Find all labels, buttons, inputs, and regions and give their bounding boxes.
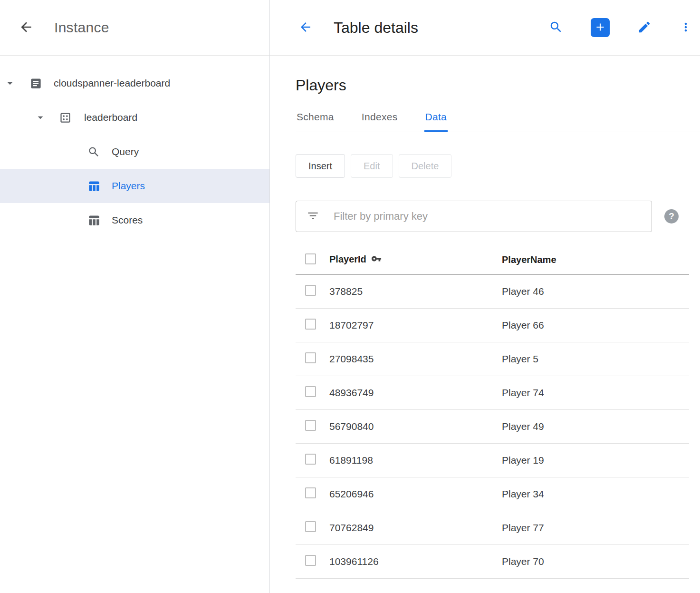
- table-row: 103961126 Player 70: [296, 545, 689, 579]
- plus-icon: [594, 21, 606, 35]
- search-icon: [87, 146, 100, 158]
- search-button[interactable]: [549, 20, 563, 36]
- cell-player-id: 378825: [329, 286, 502, 297]
- row-checkbox[interactable]: [305, 487, 316, 498]
- tab-indexes[interactable]: Indexes: [361, 111, 399, 132]
- cell-player-id: 61891198: [329, 455, 502, 466]
- row-checkbox[interactable]: [305, 352, 316, 363]
- tree-node-instance[interactable]: cloudspanner-leaderboard: [0, 66, 269, 100]
- table-row: 61891198 Player 19: [296, 444, 689, 477]
- edit-row-button[interactable]: Edit: [351, 154, 393, 178]
- sidebar-title: Instance: [54, 19, 109, 36]
- row-checkbox[interactable]: [305, 555, 316, 566]
- cell-player-id: 56790840: [329, 421, 502, 432]
- table-name-title: Players: [296, 77, 700, 94]
- tree-node-label: cloudspanner-leaderboard: [54, 78, 170, 89]
- main-header: Table details: [270, 0, 700, 56]
- table-row: 48936749 Player 74: [296, 376, 689, 410]
- help-icon[interactable]: ?: [664, 209, 679, 224]
- database-icon: [59, 111, 72, 124]
- main-panel: Table details: [270, 0, 700, 593]
- back-arrow-icon: [298, 20, 313, 36]
- tab-data[interactable]: Data: [424, 111, 448, 132]
- cell-player-name: Player 34: [502, 488, 689, 500]
- chevron-down-icon[interactable]: [4, 77, 16, 89]
- cell-player-id: 70762849: [329, 522, 502, 534]
- filter-input[interactable]: [333, 210, 641, 223]
- sidebar-item-label: Query: [112, 146, 139, 157]
- app-window: Instance cloudspanner-leaderboard l: [0, 0, 700, 593]
- header-back-button[interactable]: [298, 20, 313, 36]
- row-checkbox[interactable]: [305, 285, 316, 296]
- select-all-checkbox[interactable]: [305, 253, 316, 264]
- header-actions: [549, 18, 692, 37]
- pencil-icon: [637, 20, 652, 36]
- column-header-playerid: PlayerId: [329, 253, 502, 266]
- cell-player-name: Player 66: [502, 320, 689, 331]
- chevron-down-icon[interactable]: [34, 111, 47, 124]
- table-body: 378825 Player 46 18702797 Player 66 2709…: [296, 275, 689, 579]
- table-icon: [87, 180, 100, 193]
- row-checkbox[interactable]: [305, 386, 316, 397]
- back-arrow-icon: [19, 19, 34, 36]
- cell-player-name: Player 49: [502, 421, 689, 432]
- cell-player-name: Player 74: [502, 387, 689, 399]
- sidebar-item-players[interactable]: Players: [0, 169, 269, 203]
- insert-record-button[interactable]: [591, 18, 610, 37]
- table-row: 378825 Player 46: [296, 275, 689, 309]
- row-checkbox[interactable]: [305, 521, 316, 532]
- cell-player-name: Player 19: [502, 455, 689, 466]
- cell-player-id: 27098435: [329, 353, 502, 365]
- row-checkbox[interactable]: [305, 454, 316, 465]
- table-icon: [87, 214, 100, 227]
- table-row: 70762849 Player 77: [296, 511, 689, 545]
- filter-list-icon: [307, 209, 319, 224]
- table-row: 56790840 Player 49: [296, 410, 689, 444]
- cell-player-name: Player 70: [502, 556, 689, 567]
- sidebar-item-label: Players: [112, 180, 145, 192]
- sidebar-back-button[interactable]: [18, 19, 34, 36]
- sidebar-header: Instance: [0, 0, 269, 56]
- edit-button[interactable]: [637, 20, 652, 36]
- table-details-content: Players Schema Indexes Data Insert Edit …: [270, 56, 700, 579]
- instance-icon: [29, 77, 42, 90]
- table-row: 65206946 Player 34: [296, 477, 689, 511]
- cell-player-name: Player 46: [502, 286, 689, 297]
- tab-bar: Schema Indexes Data: [296, 111, 700, 132]
- primary-key-icon: [371, 255, 382, 266]
- tab-schema[interactable]: Schema: [296, 111, 335, 132]
- table-header-row: PlayerId PlayerName: [296, 245, 689, 275]
- overflow-menu-button[interactable]: [679, 20, 692, 35]
- row-checkbox[interactable]: [305, 420, 316, 431]
- data-table: PlayerId PlayerName 378825 Player 46 187…: [296, 245, 689, 579]
- filter-row: ?: [296, 201, 700, 232]
- sidebar: Instance cloudspanner-leaderboard l: [0, 0, 270, 593]
- table-row: 27098435 Player 5: [296, 342, 689, 376]
- tree-node-label: leaderboard: [84, 112, 137, 123]
- insert-button[interactable]: Insert: [296, 154, 345, 178]
- page-header-title: Table details: [334, 19, 418, 37]
- table-row: 18702797 Player 66: [296, 309, 689, 342]
- row-checkbox[interactable]: [305, 319, 316, 330]
- cell-player-id: 48936749: [329, 387, 502, 399]
- sidebar-item-label: Scores: [112, 214, 143, 226]
- search-icon: [549, 20, 563, 36]
- column-header-playername: PlayerName: [502, 254, 689, 265]
- delete-row-button[interactable]: Delete: [399, 154, 452, 178]
- cell-player-id: 103961126: [329, 556, 502, 567]
- row-actions-toolbar: Insert Edit Delete: [296, 154, 700, 178]
- vertical-dots-icon: [679, 20, 692, 35]
- cell-player-id: 18702797: [329, 320, 502, 331]
- sidebar-item-scores[interactable]: Scores: [0, 203, 269, 237]
- cell-player-name: Player 77: [502, 522, 689, 534]
- sidebar-item-query[interactable]: Query: [0, 135, 269, 169]
- object-tree: cloudspanner-leaderboard leaderboard Que…: [0, 56, 269, 237]
- filter-box: [296, 201, 652, 232]
- tree-node-database[interactable]: leaderboard: [0, 100, 269, 135]
- cell-player-id: 65206946: [329, 488, 502, 500]
- cell-player-name: Player 5: [502, 353, 689, 365]
